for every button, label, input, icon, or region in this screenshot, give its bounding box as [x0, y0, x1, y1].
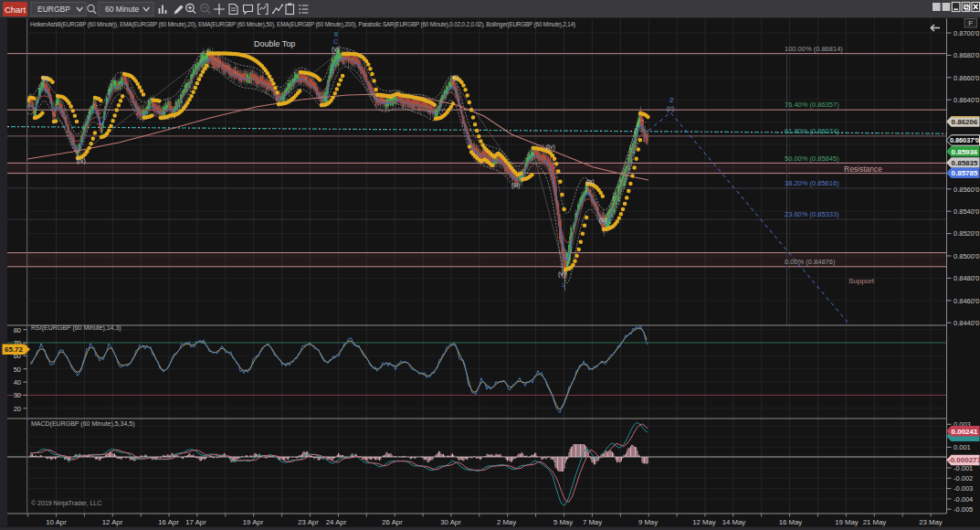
svg-text:17 Apr: 17 Apr [185, 518, 206, 526]
svg-text:23 Apr: 23 Apr [298, 518, 319, 526]
svg-text:(b): (b) [599, 217, 607, 224]
svg-text:0.8560'0: 0.8560'0 [954, 186, 980, 194]
svg-text:30: 30 [14, 391, 21, 399]
svg-text:80: 80 [14, 326, 21, 334]
svg-text:0.8440'0: 0.8440'0 [954, 319, 980, 327]
svg-text:12 Apr: 12 Apr [102, 518, 123, 526]
svg-text:20: 20 [14, 405, 21, 413]
svg-text:Chart: Chart [5, 5, 26, 15]
svg-text:23 May: 23 May [919, 518, 943, 526]
svg-text:(i): (i) [453, 74, 458, 81]
svg-text:16 May: 16 May [779, 518, 803, 526]
svg-text:0.85785: 0.85785 [952, 169, 978, 177]
svg-text:(iv): (iv) [77, 157, 86, 164]
svg-text:(v): (v) [332, 46, 339, 53]
svg-text:0.86206: 0.86206 [952, 118, 978, 126]
svg-text:19 May: 19 May [835, 518, 859, 526]
svg-text:-0.004: -0.004 [954, 495, 973, 504]
svg-text:(c): (c) [667, 105, 674, 112]
svg-text:0.86037'0: 0.86037'0 [950, 136, 979, 144]
svg-text:26 Apr: 26 Apr [382, 518, 403, 526]
svg-text:(a): (a) [586, 178, 595, 186]
svg-text:0.85936: 0.85936 [952, 148, 978, 156]
svg-text:2 May: 2 May [497, 518, 516, 526]
svg-text:(iv): (iv) [546, 143, 555, 151]
svg-text:II: II [334, 31, 338, 37]
svg-text:21 May: 21 May [863, 518, 887, 526]
svg-text:5 May: 5 May [553, 518, 573, 526]
svg-text:0.8660'0: 0.8660'0 [954, 74, 980, 82]
svg-text:0.8520'0: 0.8520'0 [954, 229, 980, 238]
svg-text:0.8700'0: 0.8700'0 [954, 29, 980, 37]
svg-text:0.8500'0: 0.8500'0 [954, 252, 980, 260]
svg-text:(ii): (ii) [42, 75, 49, 82]
svg-text:EURGBP: EURGBP [37, 5, 70, 14]
svg-text:F: F [968, 19, 973, 27]
svg-text:-0.003: -0.003 [954, 484, 973, 493]
svg-text:0.00% (0.84876): 0.00% (0.84876) [785, 258, 836, 266]
svg-text:0.00241: 0.00241 [952, 428, 978, 436]
svg-text:76.40% (0.86357): 76.40% (0.86357) [785, 101, 839, 109]
svg-text:(iii): (iii) [511, 182, 520, 189]
svg-text:-0.005: -0.005 [954, 505, 973, 514]
svg-text:-0.000277: -0.000277 [948, 456, 980, 464]
svg-text:Support: Support [848, 277, 875, 285]
svg-text:65.72: 65.72 [5, 345, 24, 354]
svg-text:12 May: 12 May [692, 518, 716, 526]
svg-text:19 Apr: 19 Apr [243, 518, 264, 526]
svg-text:0.001: 0.001 [954, 443, 971, 451]
svg-text:100.00% (0.86814): 100.00% (0.86814) [785, 45, 843, 53]
svg-text:40: 40 [14, 378, 21, 387]
svg-text:50: 50 [14, 366, 21, 374]
svg-text:0.8680'0: 0.8680'0 [954, 51, 980, 59]
svg-text:Resistance: Resistance [844, 164, 882, 174]
svg-text:9 May: 9 May [638, 518, 658, 526]
svg-text:61.80% (0.86074): 61.80% (0.86074) [785, 127, 839, 135]
svg-text:-0.002: -0.002 [954, 474, 973, 482]
svg-text:0.85835: 0.85835 [952, 159, 978, 167]
svg-text:30 Apr: 30 Apr [440, 518, 461, 526]
svg-text:0.8460'0: 0.8460'0 [954, 297, 980, 305]
svg-text:C: C [333, 38, 338, 45]
svg-text:0.8540'0: 0.8540'0 [954, 207, 980, 216]
svg-text:23.60% (0.85333): 23.60% (0.85333) [785, 210, 839, 218]
svg-text:10 Apr: 10 Apr [46, 518, 67, 526]
svg-text:© 2019 NinjaTrader, LLC: © 2019 NinjaTrader, LLC [31, 500, 101, 507]
svg-text:14 May: 14 May [722, 518, 746, 526]
svg-text:2: 2 [669, 96, 674, 104]
svg-text:50.00% (0.85845): 50.00% (0.85845) [785, 154, 839, 163]
svg-text:16 Apr: 16 Apr [158, 518, 179, 526]
svg-text:24 Apr: 24 Apr [326, 518, 347, 526]
svg-text:0.8480'0: 0.8480'0 [954, 274, 980, 282]
svg-text:Double Top: Double Top [254, 39, 295, 48]
svg-text:HeikenAshi8(EURGBP (60 Minute): HeikenAshi8(EURGBP (60 Minute)), EMA(EUR… [30, 21, 575, 28]
svg-text:38.20% (0.85616): 38.20% (0.85616) [785, 179, 839, 187]
svg-text:60 Minute: 60 Minute [105, 5, 140, 14]
svg-text:7 May: 7 May [583, 518, 602, 526]
svg-text:MACD(EURGBP (60 Minute),5,34,5: MACD(EURGBP (60 Minute),5,34,5) [31, 420, 134, 428]
svg-text:(v): (v) [558, 270, 565, 278]
svg-text:0.8640'0: 0.8640'0 [954, 96, 980, 104]
